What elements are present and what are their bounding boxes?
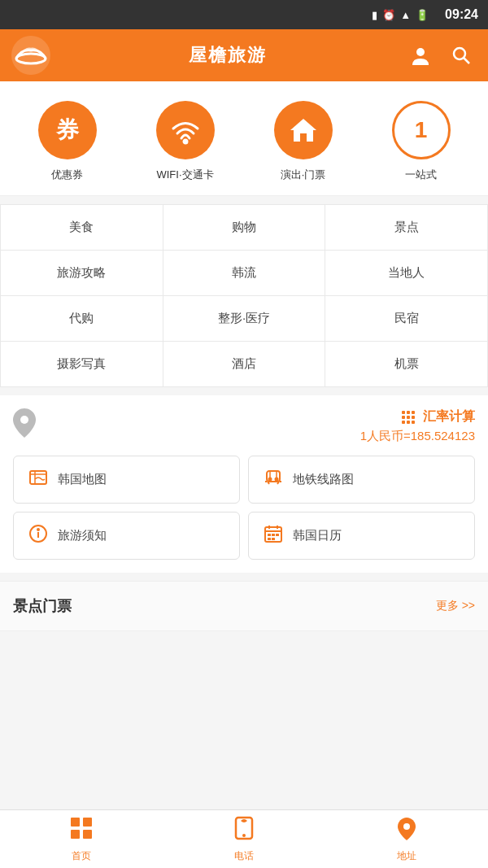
info-icon (27, 524, 50, 547)
korea-calendar-label: 韩国日历 (293, 528, 342, 543)
svg-point-16 (37, 529, 39, 530)
nav-home-label: 首页 (72, 849, 91, 863)
grid-row-1: 美食 购物 景点 (1, 205, 487, 251)
grid-row-4: 摄影写真 酒店 机票 (1, 342, 487, 386)
svg-rect-8 (300, 133, 307, 142)
one-stop-icon-circle: 1 (392, 101, 451, 159)
grid-cell-attractions[interactable]: 景点 (325, 205, 487, 250)
time-display: 09:24 (445, 7, 478, 22)
calendar-icon (262, 524, 285, 547)
svg-rect-22 (272, 538, 275, 540)
wifi-status-icon: ▲ (400, 9, 411, 21)
grid-cell-daigou[interactable]: 代购 (1, 296, 163, 341)
section-more-link[interactable]: 更多 >> (436, 599, 475, 613)
location-pin-icon (13, 408, 36, 443)
svg-line-4 (464, 58, 469, 63)
svg-point-29 (403, 823, 410, 830)
travel-notice-label: 旅游须知 (58, 528, 107, 543)
korea-calendar-button[interactable]: 韩国日历 (248, 512, 475, 560)
grid-cell-food[interactable]: 美食 (1, 205, 163, 250)
phone-icon (232, 816, 256, 846)
grid-cell-cosmetic[interactable]: 整形·医疗 (163, 296, 326, 341)
nav-phone[interactable]: 电话 (163, 816, 325, 863)
grid-cell-locals[interactable]: 当地人 (325, 251, 487, 295)
grid-menu: 美食 购物 景点 旅游攻略 韩流 当地人 代购 整形·医疗 民宿 摄影写真 酒店… (0, 204, 488, 387)
svg-rect-20 (276, 534, 279, 536)
svg-rect-25 (71, 830, 80, 839)
svg-rect-23 (71, 818, 80, 827)
tools-section: 汇率计算 1人民币=185.524123 韩国地图 (0, 395, 488, 573)
header: 屋檐旅游 (0, 29, 488, 81)
svg-point-2 (416, 48, 425, 56)
svg-point-3 (454, 48, 465, 59)
app-logo (10, 34, 52, 76)
grid-row-2: 旅游攻略 韩流 当地人 (1, 251, 487, 296)
svg-marker-7 (290, 119, 316, 130)
nav-address-label: 地址 (397, 849, 416, 863)
home-grid-icon (69, 816, 94, 846)
address-location-icon (394, 816, 419, 846)
svg-point-12 (269, 478, 272, 481)
grid-cell-flight[interactable]: 机票 (325, 342, 487, 386)
grid-cell-hallyu[interactable]: 韩流 (163, 251, 326, 295)
one-stop-label: 一站式 (405, 168, 437, 182)
nav-address[interactable]: 地址 (325, 816, 488, 863)
exchange-rate-widget[interactable]: 汇率计算 1人民币=185.524123 (360, 408, 475, 444)
clock-icon: ⏰ (382, 9, 395, 21)
tools-grid: 韩国地图 地铁线路图 (13, 456, 475, 560)
svg-point-28 (242, 834, 246, 837)
status-bar: ▮ ⏰ ▲ 🔋 09:24 (0, 0, 488, 29)
svg-rect-21 (268, 538, 271, 540)
svg-rect-26 (83, 830, 92, 839)
header-actions (403, 38, 478, 72)
nav-home[interactable]: 首页 (0, 816, 163, 863)
section-header-tickets: 景点门票 更多 >> (0, 581, 488, 631)
korea-map-icon (27, 468, 50, 491)
coupon-label: 优惠券 (51, 168, 83, 182)
subway-icon (262, 468, 285, 491)
wifi-icon-circle (156, 101, 215, 159)
ticket-icon-circle (274, 101, 333, 159)
bottom-spacer (0, 631, 488, 696)
bottom-nav: 首页 电话 地址 (0, 809, 488, 868)
exchange-rate-value: 1人民币=185.524123 (360, 429, 475, 444)
header-title: 屋檐旅游 (52, 43, 403, 68)
grid-cell-shopping[interactable]: 购物 (163, 205, 326, 250)
wifi-label: WIFI·交通卡 (156, 168, 213, 182)
coupon-item[interactable]: 券 优惠券 (38, 101, 97, 182)
korea-map-button[interactable]: 韩国地图 (13, 456, 240, 504)
section-title: 景点门票 (13, 596, 72, 616)
subway-button[interactable]: 地铁线路图 (248, 456, 475, 504)
grid-cell-travel-guide[interactable]: 旅游攻略 (1, 251, 163, 295)
nav-phone-label: 电话 (234, 849, 254, 863)
svg-point-5 (184, 140, 187, 143)
svg-rect-24 (83, 818, 92, 827)
svg-point-9 (20, 416, 28, 424)
battery-icon: 🔋 (416, 9, 429, 21)
korea-map-label: 韩国地图 (58, 472, 107, 487)
one-stop-item[interactable]: 1 一站式 (392, 101, 451, 182)
exchange-rate-title: 汇率计算 (360, 408, 475, 425)
calculator-icon (402, 411, 415, 424)
sim-icon: ▮ (372, 9, 377, 21)
svg-point-13 (276, 478, 278, 481)
profile-button[interactable] (403, 38, 438, 72)
ticket-label: 演出·门票 (281, 168, 326, 182)
top-icons-row: 券 优惠券 WIFI·交通卡 演出·门票 1 (0, 81, 488, 196)
ticket-item[interactable]: 演出·门票 (274, 101, 333, 182)
search-button[interactable] (444, 38, 478, 72)
grid-cell-hotel[interactable]: 酒店 (163, 342, 326, 386)
subway-label: 地铁线路图 (293, 472, 354, 487)
svg-rect-19 (272, 534, 275, 536)
grid-row-3: 代购 整形·医疗 民宿 (1, 296, 487, 342)
travel-notice-button[interactable]: 旅游须知 (13, 512, 240, 560)
tools-top-row: 汇率计算 1人民币=185.524123 (13, 408, 475, 444)
grid-cell-photo[interactable]: 摄影写真 (1, 342, 163, 386)
wifi-item[interactable]: WIFI·交通卡 (156, 101, 215, 182)
svg-rect-18 (268, 534, 271, 536)
coupon-icon-circle: 券 (38, 101, 97, 159)
grid-cell-minsu[interactable]: 民宿 (325, 296, 487, 341)
status-icons: ▮ ⏰ ▲ 🔋 (372, 9, 429, 21)
